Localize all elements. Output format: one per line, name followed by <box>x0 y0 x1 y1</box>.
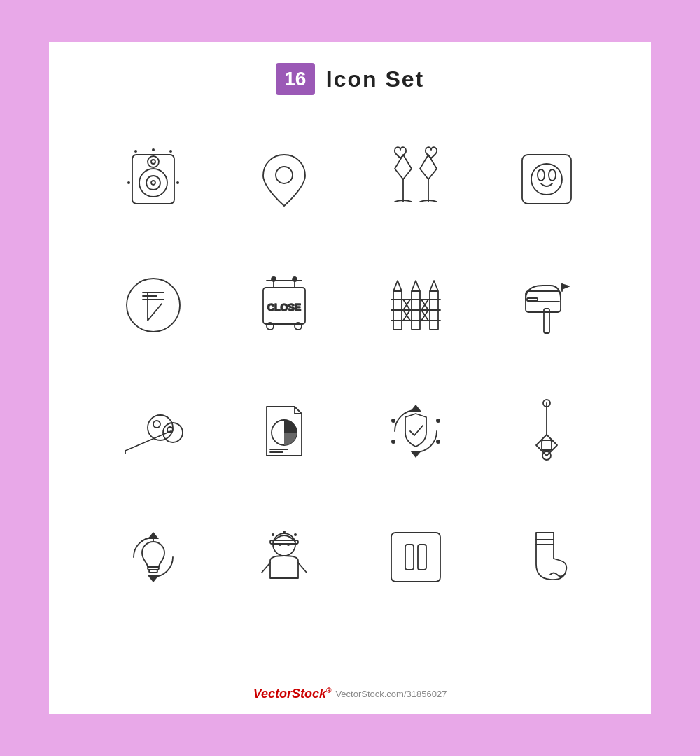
report-icon-cell <box>223 375 347 487</box>
svg-marker-36 <box>412 281 420 291</box>
location-pin-icon-cell <box>223 123 347 235</box>
svg-point-5 <box>151 160 155 164</box>
rupee-icon-cell <box>91 249 216 361</box>
svg-point-17 <box>531 164 562 195</box>
sock-icon-cell <box>485 501 610 613</box>
svg-marker-72 <box>536 435 557 456</box>
svg-point-68 <box>436 440 440 444</box>
mailbox-icon-cell <box>485 249 610 361</box>
diamond-flowers-icon-cell <box>354 123 478 235</box>
svg-rect-52 <box>527 298 538 301</box>
person-icon <box>249 522 319 592</box>
svg-point-7 <box>152 148 155 151</box>
power-socket-icon-cell <box>485 123 610 235</box>
svg-rect-82 <box>270 540 298 544</box>
svg-point-9 <box>127 181 130 184</box>
svg-rect-92 <box>418 545 426 570</box>
svg-point-20 <box>127 279 180 332</box>
svg-point-86 <box>287 543 290 546</box>
close-sign-icon: CLOSE <box>249 270 319 340</box>
svg-marker-12 <box>395 155 412 179</box>
svg-marker-34 <box>393 281 402 291</box>
idea-refresh-icon <box>118 522 188 592</box>
person-icon-cell <box>223 501 347 613</box>
svg-marker-66 <box>410 451 421 458</box>
svg-point-88 <box>294 533 297 536</box>
svg-line-84 <box>298 563 307 573</box>
watermark-url: VectorStock.com/31856027 <box>335 689 447 699</box>
idea-refresh-icon-cell <box>91 501 216 613</box>
svg-point-89 <box>283 531 286 533</box>
svg-point-87 <box>272 533 274 536</box>
svg-point-18 <box>538 169 545 181</box>
main-card: 16 Icon Set <box>49 42 651 714</box>
header-title: Icon Set <box>326 66 424 92</box>
svg-rect-79 <box>149 570 158 573</box>
sock-icon <box>512 522 582 592</box>
diamond-flowers-icon <box>381 144 451 214</box>
svg-marker-13 <box>420 155 437 179</box>
svg-rect-91 <box>405 545 414 570</box>
svg-point-8 <box>169 150 172 153</box>
svg-marker-38 <box>430 281 438 291</box>
svg-marker-65 <box>410 405 421 412</box>
fence-icon <box>381 270 451 340</box>
speaker-icon <box>118 144 188 214</box>
crane-hook-icon-cell <box>485 375 610 487</box>
svg-rect-16 <box>522 155 571 204</box>
svg-point-70 <box>391 440 396 444</box>
svg-point-67 <box>391 419 396 423</box>
close-sign-icon-cell: CLOSE <box>223 249 347 361</box>
mailbox-icon <box>512 270 582 340</box>
svg-marker-76 <box>148 532 159 539</box>
header: 16 Icon Set <box>276 63 424 95</box>
speaker-icon-cell <box>91 123 216 235</box>
svg-point-4 <box>148 156 159 167</box>
svg-point-6 <box>134 150 137 153</box>
svg-point-2 <box>146 176 160 190</box>
svg-line-56 <box>125 431 171 451</box>
location-pin-icon <box>249 144 319 214</box>
watermark-logo: VectorStock® <box>253 687 332 701</box>
billiard-icon-cell <box>91 375 216 487</box>
svg-marker-77 <box>148 575 159 582</box>
report-icon <box>249 396 319 466</box>
billiard-icon <box>118 396 188 466</box>
icons-grid: CLOSE <box>77 123 623 613</box>
svg-point-1 <box>139 169 167 197</box>
svg-point-19 <box>549 169 556 181</box>
watermark: VectorStock® VectorStock.com/31856027 <box>253 687 447 701</box>
svg-point-11 <box>276 167 293 183</box>
svg-rect-90 <box>391 533 440 582</box>
pause-button-icon <box>381 522 451 592</box>
rupee-icon <box>118 270 188 340</box>
svg-text:CLOSE: CLOSE <box>267 302 301 313</box>
shield-refresh-icon <box>381 396 451 466</box>
pause-button-icon-cell <box>354 501 478 613</box>
svg-point-59 <box>153 421 160 428</box>
svg-point-85 <box>279 543 281 546</box>
svg-point-69 <box>436 419 440 423</box>
svg-rect-74 <box>542 440 552 450</box>
header-number: 16 <box>276 63 315 95</box>
svg-point-81 <box>273 533 295 556</box>
svg-line-83 <box>262 563 270 573</box>
svg-marker-54 <box>562 284 569 289</box>
crane-hook-icon <box>512 396 582 466</box>
power-socket-icon <box>512 144 582 214</box>
fence-icon-cell <box>354 249 478 361</box>
svg-point-3 <box>151 181 155 185</box>
shield-refresh-icon-cell <box>354 375 478 487</box>
svg-point-10 <box>176 181 179 184</box>
